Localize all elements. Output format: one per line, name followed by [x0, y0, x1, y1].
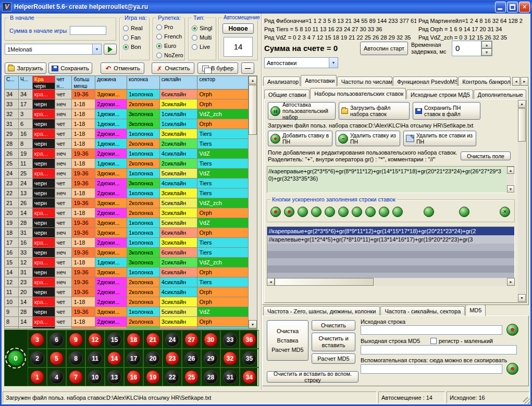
board-number-26[interactable]: 26 [184, 351, 199, 365]
minimize-button[interactable] [495, 2, 506, 12]
board-number-7[interactable]: 7 [69, 370, 83, 384]
radio-euro[interactable]: Euro [156, 41, 183, 50]
table-row[interactable]: 2619кра...неч19-362дюжи...1колонка4сикла… [5, 149, 249, 159]
board-number-21[interactable]: 21 [146, 333, 160, 347]
tab-freq-sixlines[interactable]: Частота - сиклайны, сектора [380, 306, 465, 316]
scroll-down-icon[interactable]: ▼ [518, 294, 526, 302]
autospin-start-button[interactable]: Автоспин старт [360, 42, 408, 55]
radio-fan[interactable]: Fan [123, 33, 143, 42]
md5-calc-button[interactable]: Расчет MD5 [312, 353, 355, 364]
list-hscrollbar[interactable]: ◄ ► [267, 278, 515, 286]
scrollbar-thumb[interactable] [275, 278, 374, 286]
tab-scroll-right-icon[interactable]: ► [521, 77, 528, 86]
quick-bet-button[interactable] [459, 207, 469, 217]
maximize-button[interactable] [507, 2, 518, 12]
scroll-right-icon[interactable]: ► [507, 278, 515, 286]
table-row[interactable]: 928чернчет19-363дюжи...1колонка5сиклайнV… [5, 307, 249, 317]
table-row[interactable]: 1120чернчет19-362дюжи...2колонка4сиклайн… [5, 287, 249, 297]
table-row[interactable]: 2511черннеч1-181дюжи...2колонка2сиклайнT… [5, 159, 249, 169]
delete-bet-button[interactable]: Удалить ставку из ПН [336, 131, 400, 146]
scroll-left-icon[interactable]: ◄ [267, 278, 275, 286]
quick-bet-button[interactable] [365, 207, 376, 217]
tab-additional[interactable]: Дополнительные [474, 90, 526, 99]
board-number-27[interactable]: 27 [184, 333, 199, 347]
table-row[interactable]: 316чернчет1-181дюжи...3колонка1сиклайнOr… [5, 119, 249, 129]
quick-bet-button[interactable] [379, 207, 389, 217]
board-number-18[interactable]: 18 [127, 333, 141, 347]
board-number-23[interactable]: 23 [165, 351, 179, 365]
table-row[interactable]: 323кра...неч1-181дюжи...3колонка1сиклайн… [5, 109, 249, 119]
board-number-33[interactable]: 33 [223, 333, 237, 347]
new-button[interactable]: Новое [222, 23, 254, 34]
table-row[interactable]: 814кра...чет1-182дюжи...2колонка3сиклайн… [5, 317, 249, 327]
radio-pro[interactable]: Pro [156, 22, 183, 32]
autobet-userset-button[interactable]: Автоставка пользовательский набор [268, 102, 336, 120]
scroll-down-icon[interactable]: ▼ [507, 185, 514, 193]
board-number-25[interactable]: 25 [184, 370, 199, 384]
tab-freq-chances[interactable]: Частота - Zero, шансы, дюжины, колонки [263, 306, 380, 316]
title-bar[interactable]: V HelperRoullet 5.6- create helperroulle… [0, 0, 532, 14]
board-number-14[interactable]: 14 [107, 351, 121, 365]
md5-clear-paste-helper-button[interactable]: Очистить и вставить во вспом. строку [267, 371, 358, 383]
scrollbar-thumb[interactable] [518, 108, 526, 142]
board-number-3[interactable]: 3 [30, 333, 44, 347]
tab-user-bet-sets[interactable]: Наборы пользовательских ставок [310, 88, 406, 99]
board-number-28[interactable]: 28 [204, 370, 218, 384]
quick-bet-button[interactable] [298, 207, 308, 217]
delay-spinner[interactable]: 0 ▲ ▼ [452, 41, 492, 56]
table-row[interactable]: 1223кра...неч19-362дюжи...2колонка4сикла… [5, 277, 249, 287]
radio-french[interactable]: French [156, 32, 183, 41]
board-number-6[interactable]: 6 [50, 333, 64, 347]
table-row[interactable]: 1928чернчет19-363дюжи...1колонка5сиклайн… [5, 218, 249, 228]
board-number-22[interactable]: 22 [165, 370, 179, 384]
board-number-36[interactable]: 36 [242, 333, 256, 347]
play-button[interactable] [104, 44, 117, 55]
panel-scrollbar[interactable]: ▲ ▼ [518, 100, 526, 302]
register-checkbox[interactable]: регистр - маленький [430, 338, 493, 344]
board-number-12[interactable]: 12 [88, 333, 102, 347]
autobets-combobox[interactable]: Автоставки [264, 57, 338, 68]
clear-button[interactable]: Очистить [152, 62, 194, 74]
table-row[interactable]: 1633черннеч19-363дюжи...3колонка6сиклайн… [5, 248, 249, 258]
table-row[interactable]: 1831черннеч19-363дюжи...1колонка6сиклайн… [5, 228, 249, 238]
copy-buffer-button[interactable]: В буфер [197, 62, 238, 74]
radio-live[interactable]: Live [192, 42, 212, 52]
board-number-15[interactable]: 15 [107, 333, 121, 347]
table-row[interactable]: 2324чернчет19-362дюжи...3колонка4сиклайн… [5, 179, 249, 188]
close-button[interactable]: ✕ [519, 2, 530, 12]
table-row[interactable]: 1014кра...чет1-182дюжи...2колонка3сиклай… [5, 297, 249, 307]
scrollbar-thumb[interactable] [249, 85, 257, 135]
delete-all-bets-button[interactable]: Удалить все ставки из ПН [403, 131, 476, 146]
board-number-20[interactable]: 20 [146, 351, 160, 365]
board-number-2[interactable]: 2 [30, 351, 44, 365]
board-number-30[interactable]: 30 [204, 333, 218, 347]
tab-autobets[interactable]: Автоставки [301, 75, 337, 86]
quick-bet-button[interactable] [424, 207, 434, 217]
start-sum-input[interactable] [70, 26, 106, 35]
tab-md5-sources[interactable]: Исходные строки МД5 [406, 90, 473, 99]
board-number-11[interactable]: 11 [88, 351, 102, 365]
scroll-up-icon[interactable]: ▲ [249, 76, 257, 84]
table-row[interactable]: 2425кра...неч19-363дюжи...1колонка5сикла… [5, 169, 249, 179]
spinner-down-icon[interactable]: ▼ [481, 48, 492, 56]
radio-nozero[interactable]: NoZero [156, 50, 183, 60]
board-number-13[interactable]: 13 [107, 370, 121, 384]
md5-helper-chip-button[interactable] [506, 363, 518, 375]
board-number-31[interactable]: 31 [223, 370, 237, 384]
bet-list[interactable]: //кареправые+gr(2*3*5*6)+gr(8*9*11*12)+g… [267, 226, 515, 286]
board-number-24[interactable]: 24 [165, 333, 179, 347]
tab-number-freqs[interactable]: Частоты по числам [337, 77, 392, 86]
quick-bet-button[interactable] [392, 207, 403, 217]
scroll-up-icon[interactable]: ▲ [518, 100, 526, 108]
spins-table[interactable]: С...Ч...Крачернчетн...большменшдюжинакол… [4, 75, 257, 329]
bet-editor[interactable]: //кареправые+gr(2*3*5*6)+gr(8*9*11*12)+g… [267, 166, 515, 193]
board-number-19[interactable]: 19 [146, 370, 160, 384]
list-item[interactable]: //кареправые+gr(2*3*5*6)+gr(8*9*11*12)+g… [267, 227, 514, 235]
board-number-1[interactable]: 1 [30, 370, 44, 384]
radio-bon[interactable]: Bon [123, 42, 143, 52]
tab-analyzer[interactable]: Анализатор [263, 77, 300, 86]
board-number-16[interactable]: 16 [127, 370, 141, 384]
quick-bet-button[interactable] [325, 207, 335, 217]
save-bet-file-button[interactable]: Сохранить ПН ставок в файл [413, 102, 480, 120]
load-button[interactable]: Загрузить [5, 62, 46, 74]
